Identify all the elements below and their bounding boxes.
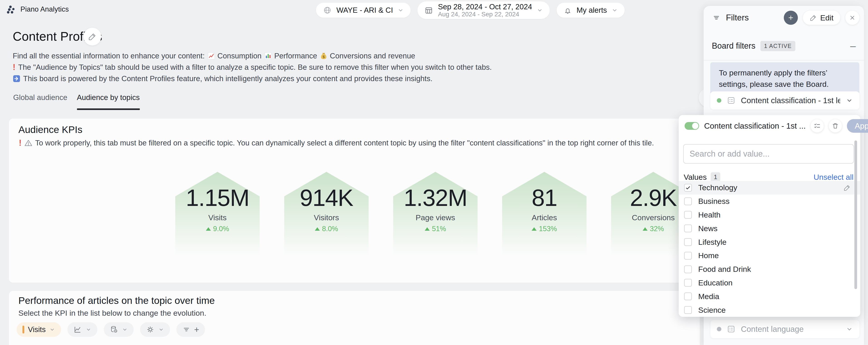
filter-enabled-toggle[interactable] (685, 122, 699, 130)
option-technology[interactable]: Technology (679, 181, 860, 195)
kpi-delta: 9.0% (206, 225, 229, 233)
values-label: Values (684, 173, 707, 181)
date-range-comparison: Aug 24, 2024 - Sep 22, 2024 (438, 11, 532, 18)
edit-board-title-button[interactable] (84, 28, 101, 46)
description-line-2: ! The "Audience by Topics" tab should be… (13, 63, 492, 71)
description-line-3: This board is powered by the Content Pro… (13, 75, 492, 83)
brand-name: Piano Analytics (21, 5, 69, 13)
site-selector[interactable]: WAYE - ARI & CI (316, 3, 411, 18)
page-head: Content Profiles (13, 29, 102, 44)
kpi-tile-warning: ! To work properly, this tab must be fil… (19, 138, 654, 148)
checkbox-unchecked[interactable] (684, 279, 692, 287)
performance-tile: Performance of articles on the topic ove… (9, 291, 700, 345)
kpi-value: 914K (300, 186, 353, 209)
calendar-icon (424, 6, 433, 15)
option-food-and-drink[interactable]: Food and Drink (679, 262, 860, 276)
filter-content-classification[interactable]: Content classification - 1st level is Te… (710, 91, 859, 110)
close-panel-button[interactable] (845, 11, 859, 25)
chevron-down-icon (846, 97, 853, 104)
audience-kpis-tile: Audience KPIs ! To work properly, this t… (9, 119, 700, 283)
globe-icon (323, 6, 332, 15)
unselect-all-link[interactable]: Unselect all (813, 173, 854, 181)
option-business[interactable]: Business (679, 195, 860, 208)
bell-icon (563, 6, 572, 15)
filter-active-dot (717, 98, 721, 103)
database-history-icon (110, 325, 118, 334)
tab-audience-by-topics[interactable]: Audience by topics (77, 90, 140, 110)
kpi-selector-dropdown[interactable]: Visits (17, 322, 61, 337)
checkbox-unchecked[interactable] (684, 198, 692, 205)
checkbox-unchecked[interactable] (684, 265, 692, 273)
edit-filters-button[interactable]: Edit (803, 11, 840, 25)
board-tabs: Global audience Audience by topics (13, 90, 140, 110)
chevron-down-icon (398, 7, 404, 13)
kpi-label: Conversions (632, 213, 675, 222)
kpi-label: Visitors (314, 213, 339, 222)
trash-icon (832, 122, 839, 130)
site-selector-label: WAYE - ARI & CI (336, 6, 393, 15)
description-intro: Find all the essential information to en… (13, 52, 205, 60)
delete-filter-button[interactable] (829, 119, 842, 133)
performance-tile-subtitle: Select the KPI in the list below to chan… (19, 309, 206, 317)
kpi-delta: 32% (643, 225, 664, 233)
filters-panel-header: Filters Edit (704, 6, 864, 30)
popover-header: Content classification - 1st ... Apply (679, 115, 860, 137)
value-options-list: Technology Business Health News Lifestyl… (679, 181, 860, 317)
my-alerts-button[interactable]: My alerts (557, 3, 625, 18)
option-science[interactable]: Science (679, 303, 860, 317)
tab-global-audience[interactable]: Global audience (13, 90, 67, 110)
exclamation-mark-icon: ! (19, 138, 22, 148)
add-filter-button[interactable] (784, 11, 798, 25)
select-values-mode-button[interactable] (811, 119, 824, 133)
settings-dropdown[interactable] (140, 322, 170, 337)
checkbox-unchecked[interactable] (684, 238, 692, 246)
piano-analytics-dashboard: Piano Analytics WAYE - ARI & CI (0, 0, 868, 345)
chart-type-dropdown[interactable] (67, 322, 97, 337)
description-warning-text: The "Audience by Topics" tab should be u… (18, 63, 492, 71)
description-item-label: Conversions and revenue (330, 52, 415, 60)
performance-tile-title: Performance of articles on the topic ove… (19, 295, 215, 306)
option-home[interactable]: Home (679, 249, 860, 262)
option-lifestyle[interactable]: Lifestyle (679, 235, 860, 249)
kpi-label: Page views (415, 213, 455, 222)
pencil-icon[interactable] (843, 184, 851, 191)
filter-value-popover: Content classification - 1st ... Apply V… (679, 115, 860, 317)
data-history-dropdown[interactable] (104, 322, 134, 337)
filter-content-language[interactable]: Content language (710, 320, 859, 338)
kpi-delta: 51% (425, 225, 446, 233)
popover-title: Content classification - 1st ... (704, 121, 806, 131)
active-filters-badge: 1 ACTIVE (761, 41, 795, 51)
option-education[interactable]: Education (679, 276, 860, 290)
popover-scrollbar[interactable] (855, 140, 857, 289)
kpi-selector-label: Visits (28, 325, 45, 334)
exclamation-mark-icon: ! (13, 63, 16, 71)
board-filters-section-header: Board filters 1 ACTIVE – (712, 37, 856, 55)
kpi-delta: 153% (532, 225, 557, 233)
checkbox-unchecked[interactable] (684, 252, 692, 260)
option-media[interactable]: Media (679, 290, 860, 303)
checkbox-unchecked[interactable] (684, 225, 692, 232)
brand: Piano Analytics (6, 4, 69, 15)
checkbox-unchecked[interactable] (684, 211, 692, 219)
kpi-tile-warning-text: To work properly, this tab must be filte… (35, 139, 654, 147)
description-item-label: Performance (274, 52, 317, 60)
checkbox-checked[interactable] (684, 184, 692, 192)
option-health[interactable]: Health (679, 208, 860, 222)
option-news[interactable]: News (679, 222, 860, 235)
value-search (683, 144, 854, 164)
add-tile-filter-button[interactable]: + (176, 322, 205, 337)
performance-toolbar: Visits (17, 322, 205, 337)
description-line-1: Find all the essential information to en… (13, 52, 492, 60)
chevron-down-icon (536, 7, 543, 13)
apply-button[interactable]: Apply (847, 119, 868, 133)
checkbox-unchecked[interactable] (684, 306, 692, 314)
filter-inactive-dot (717, 327, 721, 332)
collapse-section-button[interactable]: – (850, 41, 856, 51)
date-range-picker[interactable]: Sep 28, 2024 - Oct 27, 2024 Aug 24, 2024… (417, 1, 550, 19)
trend-up-icon (643, 227, 648, 231)
checkbox-unchecked[interactable] (684, 292, 692, 300)
trend-up-icon (206, 227, 211, 231)
value-search-input[interactable] (689, 149, 848, 159)
my-alerts-label: My alerts (577, 6, 607, 15)
pencil-icon (88, 32, 97, 41)
